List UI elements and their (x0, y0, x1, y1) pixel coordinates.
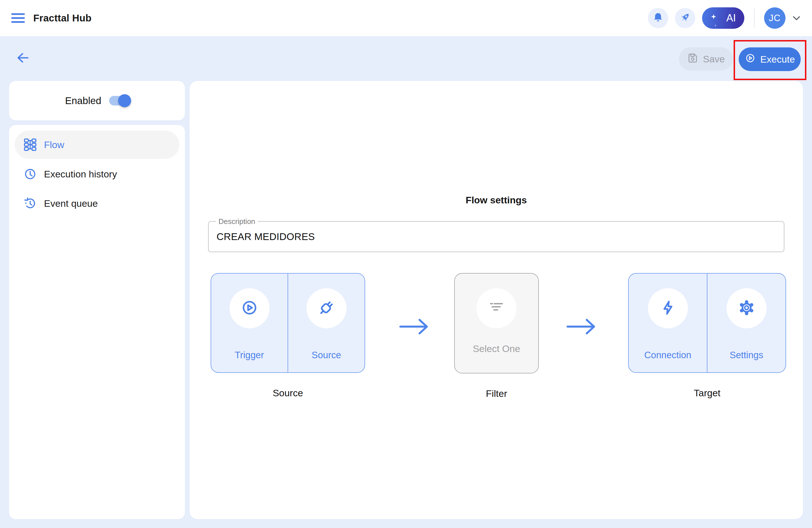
settings-card[interactable]: Settings (707, 274, 785, 372)
sparkle-icon (714, 23, 717, 28)
enabled-card: Enabled (9, 81, 185, 120)
source-connector-card[interactable]: Source (288, 274, 365, 372)
hamburger-menu-icon[interactable] (11, 12, 25, 25)
play-circle-icon (744, 53, 756, 66)
rocket-icon (679, 11, 691, 25)
filter-icon (488, 299, 505, 318)
trigger-icon-circle (230, 288, 270, 328)
notifications-button[interactable] (648, 8, 668, 28)
save-button-label: Save (703, 54, 725, 65)
filter-card[interactable]: Select One (454, 273, 539, 373)
top-right-actions: AI JC (648, 7, 801, 29)
connection-label: Connection (629, 350, 707, 360)
history-icon (24, 197, 37, 210)
sidebar-item-execution-history[interactable]: Execution history (15, 160, 179, 188)
enabled-label: Enabled (65, 95, 101, 106)
sidebar-menu: Flow Execution history Event queue (9, 125, 185, 519)
ai-button-label: AI (726, 12, 736, 24)
trigger-label: Trigger (211, 350, 288, 360)
app-title: Fracttal Hub (33, 12, 92, 24)
ai-button[interactable]: AI (702, 7, 744, 29)
source-label: Source (288, 350, 365, 360)
arrow-right-icon (565, 316, 598, 337)
execute-button-label: Execute (760, 54, 795, 65)
flow-settings-panel: Flow settings Description T (189, 81, 803, 519)
sparkle-icon (710, 14, 717, 21)
connection-card[interactable]: Connection (629, 274, 707, 372)
page-title: Flow settings (189, 195, 803, 205)
sidebar-item-label: Flow (44, 139, 64, 150)
divider (754, 9, 754, 28)
enabled-toggle[interactable] (109, 96, 129, 105)
arrow-left-icon (16, 51, 30, 66)
sidebar-item-event-queue[interactable]: Event queue (15, 189, 179, 217)
toggle-knob (118, 94, 131, 107)
clock-icon (24, 168, 37, 181)
play-circle-icon (241, 299, 258, 318)
filter-group: Select One Filter (454, 273, 539, 399)
page: Fracttal Hub (0, 0, 812, 528)
plug-icon (318, 299, 335, 318)
save-icon (687, 52, 698, 66)
description-input[interactable] (209, 222, 784, 252)
save-button[interactable]: Save (679, 47, 733, 71)
filter-caption: Filter (454, 388, 539, 399)
top-bar: Fracttal Hub (0, 0, 812, 36)
filter-icon-circle (477, 288, 517, 328)
settings-icon-circle (727, 288, 767, 328)
execute-button[interactable]: Execute (739, 47, 801, 71)
target-group-card: Connection (628, 273, 786, 373)
chevron-down-icon[interactable] (792, 14, 801, 22)
connection-icon-circle (648, 288, 688, 328)
bell-icon (652, 11, 664, 25)
source-group-card: Trigger (211, 273, 365, 373)
sidebar-item-flow[interactable]: Flow (15, 131, 179, 159)
flow-icon (24, 138, 37, 151)
target-caption: Target (628, 387, 786, 399)
filter-placeholder: Select One (455, 343, 538, 354)
arrow-right-icon (398, 316, 431, 337)
source-caption: Source (211, 387, 365, 399)
target-group: Connection (628, 273, 786, 399)
avatar[interactable]: JC (764, 7, 785, 29)
description-field: Description (208, 221, 784, 252)
settings-label: Settings (707, 350, 785, 360)
back-button[interactable] (16, 51, 30, 66)
gear-icon (738, 299, 755, 318)
trigger-card[interactable]: Trigger (211, 274, 288, 372)
sidebar-item-label: Event queue (44, 198, 98, 209)
source-icon-circle (306, 288, 347, 328)
sidebar-item-label: Execution history (44, 169, 117, 180)
source-group: Trigger (211, 273, 365, 399)
whats-new-button[interactable] (675, 8, 695, 28)
lightning-icon (659, 299, 677, 318)
